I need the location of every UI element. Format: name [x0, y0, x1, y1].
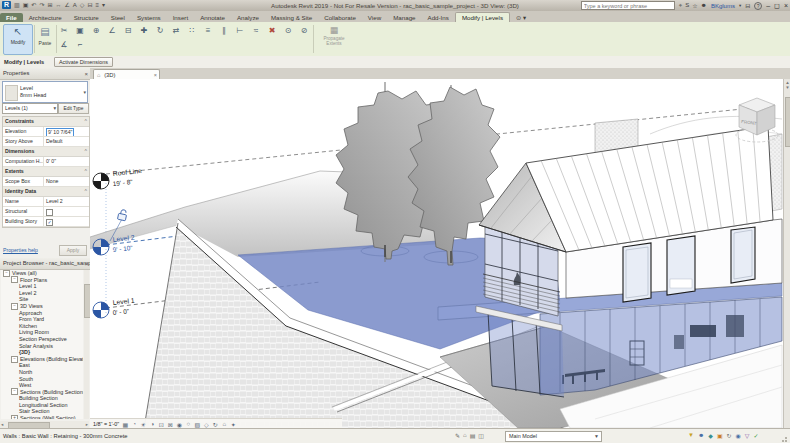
worksets-icon[interactable]: ⌂	[463, 432, 467, 439]
property-value[interactable]: 9' 10 7/64"	[43, 127, 89, 136]
tree-expander-icon[interactable]: −	[11, 356, 18, 363]
tree-item-south[interactable]: South	[1, 376, 83, 383]
user-name[interactable]: BKglums	[711, 3, 735, 9]
tree-item-from-yard[interactable]: From Yard	[1, 316, 83, 323]
tree-item-level-1[interactable]: Level 1	[1, 283, 83, 290]
select-by-face-icon[interactable]: ◉	[736, 432, 741, 439]
drag-on-selection-icon[interactable]: ▽	[745, 432, 750, 439]
cut-icon[interactable]: ✂	[58, 25, 70, 37]
properties-help-link[interactable]: Properties help	[3, 247, 38, 253]
restore-button[interactable]: ◻	[774, 2, 780, 10]
measure-icon[interactable]: ↔	[55, 1, 61, 9]
ribbon-tab-file[interactable]: File	[0, 13, 23, 22]
tree-item-east[interactable]: East	[1, 362, 83, 369]
split-icon[interactable]: ∥	[218, 25, 230, 37]
print-icon[interactable]: ⊞	[47, 1, 52, 9]
aligned-dimension-icon[interactable]: ∠	[64, 1, 69, 9]
property-value[interactable]: Default	[43, 137, 89, 146]
filter-icon[interactable]: ▼	[688, 432, 694, 439]
project-browser-close-icon[interactable]: ×	[84, 259, 88, 270]
scale-button[interactable]: 1/8" = 1'-0"	[93, 421, 119, 427]
undo-icon[interactable]: ↶	[31, 1, 36, 9]
trim-icon[interactable]: ⊢	[234, 25, 246, 37]
tree-item-sections-building-sections[interactable]: −Sections (Building Sections)	[1, 389, 83, 396]
tree-expander-icon[interactable]: −	[3, 270, 10, 277]
tree-item-building-section[interactable]: Building Section	[1, 395, 83, 402]
property-value[interactable]: ✓	[43, 217, 89, 226]
rotate-icon[interactable]: ↻	[154, 25, 166, 37]
user-dropdown-icon[interactable]: ▾	[739, 3, 741, 8]
active-only-icon[interactable]: ◫	[478, 432, 484, 439]
locked-3d-view-icon[interactable]: ◉	[175, 421, 183, 428]
ribbon-tab-modify-levels[interactable]: Modify | Levels	[455, 12, 510, 22]
default-3d-view-icon[interactable]: ◇	[80, 1, 85, 9]
value-edit-field[interactable]: 9' 10 7/64"	[46, 128, 74, 137]
properties-close-icon[interactable]: ×	[84, 69, 88, 80]
text-icon[interactable]: A	[73, 1, 77, 9]
canvas-vertical-scrollbar[interactable]: ▲ ▼	[783, 79, 790, 428]
edit-type-button[interactable]: Edit Type	[58, 103, 89, 114]
tree-expander-icon[interactable]: −	[11, 276, 18, 283]
tree-item-3d-views[interactable]: −3D Views	[1, 303, 83, 310]
shadows-icon[interactable]: ◑	[148, 421, 156, 428]
reveal-hidden-elements-icon[interactable]: ▧	[193, 421, 201, 428]
property-section-extents[interactable]: Extents^	[3, 167, 89, 177]
checkbox-structural[interactable]	[46, 209, 53, 216]
property-section-identity-data[interactable]: Identity Data^	[3, 187, 89, 197]
property-section-constraints[interactable]: Constraints^	[3, 117, 89, 127]
cut-geometry-icon[interactable]: ⊟	[122, 25, 134, 37]
type-selector[interactable]: Level 8mm Head ▾	[2, 81, 88, 103]
ribbon-tab-systems[interactable]: Systems	[131, 13, 167, 22]
property-value[interactable]: 0' 0"	[43, 157, 89, 166]
browser-vertical-scrollbar[interactable]	[84, 270, 89, 419]
array-icon[interactable]: ∷	[186, 25, 198, 37]
detail-level-icon[interactable]: ▦	[121, 421, 129, 428]
unpin-icon[interactable]: ⊘	[298, 25, 310, 37]
propagate-extents-button[interactable]: ▦ Propagate Extents	[316, 24, 352, 53]
ribbon-tab-add-ins[interactable]: Add-Ins	[422, 13, 455, 22]
favorites-icon[interactable]: ☆	[692, 2, 697, 9]
ribbon-tab-view[interactable]: View	[362, 13, 387, 22]
tree-item-floor-plans[interactable]: −Floor Plans	[1, 277, 83, 284]
help-search-input[interactable]	[581, 1, 675, 10]
crop-view-icon[interactable]: ⊡	[157, 421, 165, 428]
design-options-icon[interactable]: ▤	[470, 432, 476, 439]
redo-icon[interactable]: ↷	[39, 1, 44, 9]
scrollbar-thumb[interactable]	[785, 97, 790, 147]
editing-requests-icon[interactable]: ☻	[698, 432, 704, 439]
tree-item-kitchen[interactable]: Kitchen	[1, 323, 83, 330]
worksharing-display-icon[interactable]: ◇	[202, 421, 210, 428]
editable-only-icon[interactable]: ✎	[455, 432, 460, 439]
minimize-button[interactable]: –	[766, 2, 770, 9]
revit-logo-icon[interactable]: R	[2, 1, 11, 9]
resize-grip[interactable]	[781, 435, 789, 443]
checkbox-building-story[interactable]: ✓	[46, 219, 53, 226]
temporary-view-properties-icon[interactable]: ↻	[211, 421, 219, 428]
section-icon[interactable]: ⊟	[87, 1, 92, 9]
copy-icon[interactable]: ▣	[74, 25, 86, 37]
tree-item-north[interactable]: North	[1, 369, 83, 376]
user-avatar-icon[interactable]: ☻	[701, 2, 707, 9]
activate-dimensions-button[interactable]: Activate Dimensions	[54, 57, 113, 67]
select-links-icon[interactable]: ◆	[708, 432, 713, 439]
collapse-icon[interactable]: ^	[85, 187, 87, 196]
ribbon-tab-insert[interactable]: Insert	[167, 13, 194, 22]
tree-item-solar-analysis[interactable]: Solar Analysis	[1, 343, 83, 350]
join-icon[interactable]: ⊕	[90, 25, 102, 37]
type-selector-dropdown-icon[interactable]: ▾	[83, 89, 86, 95]
scroll-left-icon[interactable]: ◂	[1, 422, 3, 427]
move-icon[interactable]: ✚	[138, 25, 150, 37]
tree-item-sections-wall-section[interactable]: +Sections (Wall Section)	[1, 415, 83, 419]
tree-item-level-2[interactable]: Level 2	[1, 290, 83, 297]
reveal-constraints-icon[interactable]: ✦	[229, 421, 237, 428]
paste-button[interactable]: ▤ Paste	[36, 24, 54, 53]
offset-icon[interactable]: ≈	[250, 25, 262, 37]
tree-expander-icon[interactable]: −	[11, 303, 18, 310]
cope-icon[interactable]: ∠	[106, 25, 118, 37]
close-button[interactable]: ×	[784, 2, 788, 9]
visual-style-icon[interactable]: ◔	[130, 421, 138, 428]
scale-icon[interactable]: ⌐	[74, 39, 86, 51]
save-icon[interactable]: ▣	[23, 1, 29, 9]
tree-item-longitudinal-section[interactable]: Longitudinal Section	[1, 402, 83, 409]
collapse-icon[interactable]: ^	[85, 167, 87, 176]
